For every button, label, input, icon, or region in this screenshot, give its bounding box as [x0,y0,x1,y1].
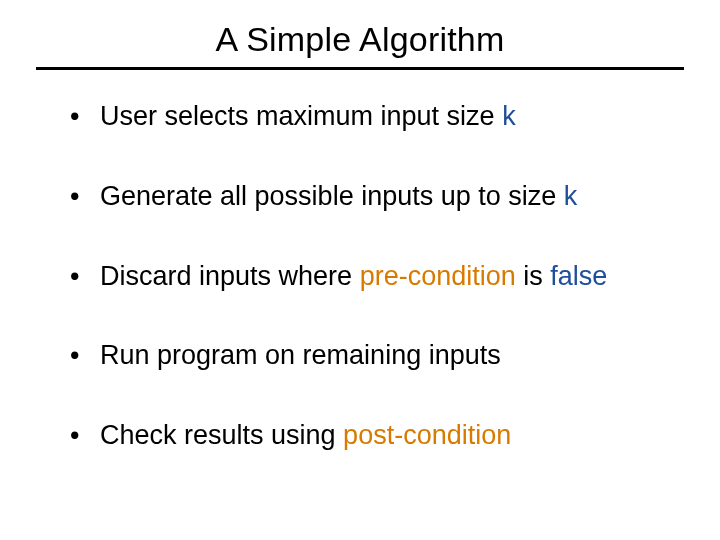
bullet-text: Discard inputs where [100,261,360,291]
bullet-text: is [516,261,551,291]
list-item: Generate all possible inputs up to size … [70,180,670,214]
list-item: Check results using post-condition [70,419,670,453]
bullet-accent: k [564,181,578,211]
list-item: Discard inputs where pre-condition is fa… [70,260,670,294]
bullet-accent: k [502,101,516,131]
slide: A Simple Algorithm User selects maximum … [0,0,720,540]
bullet-text: User selects maximum input size [100,101,502,131]
bullet-text: Generate all possible inputs up to size [100,181,564,211]
bullet-list: User selects maximum input size k Genera… [70,100,670,453]
list-item: Run program on remaining inputs [70,339,670,373]
bullet-accent: post-condition [343,420,511,450]
list-item: User selects maximum input size k [70,100,670,134]
bullet-accent: pre-condition [360,261,516,291]
bullet-accent-2: false [550,261,607,291]
bullet-text: Check results using [100,420,343,450]
bullet-text: Run program on remaining inputs [100,340,501,370]
slide-title: A Simple Algorithm [0,0,720,67]
slide-body: User selects maximum input size k Genera… [0,70,720,453]
